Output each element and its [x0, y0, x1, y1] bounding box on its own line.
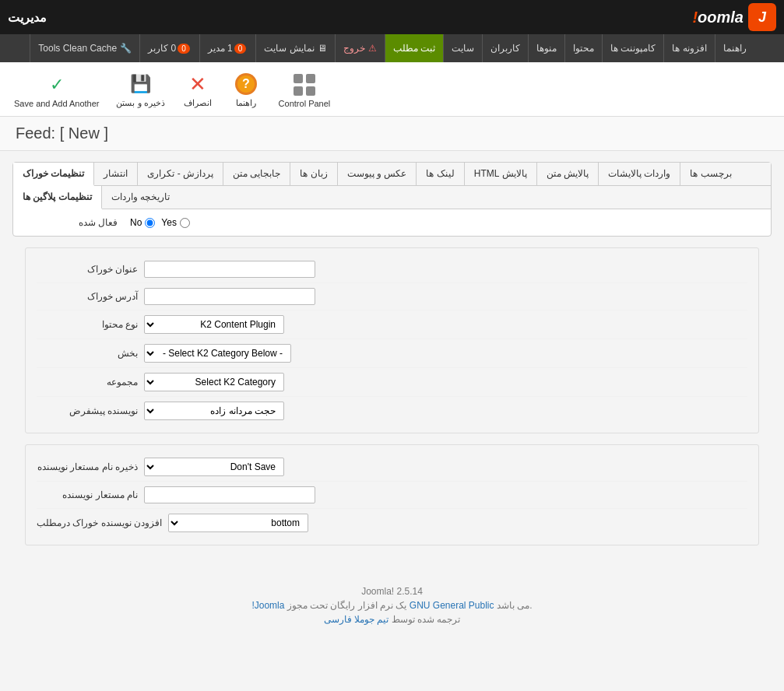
enabled-label: فعال شده: [24, 217, 118, 228]
tab-relocate-text[interactable]: جابجایی متن: [223, 163, 290, 185]
yes-label: Yes: [161, 217, 177, 228]
tab-feed-settings[interactable]: تنظیمات خوراک: [13, 163, 94, 186]
tab-text-filter[interactable]: پالایش متن: [537, 163, 599, 185]
author-alias-input-cell: [144, 486, 315, 503]
topnav-help[interactable]: راهنما: [715, 34, 754, 62]
author-alias-row: نام مستعار نویسنده: [37, 482, 747, 509]
no-option[interactable]: No: [130, 217, 155, 228]
svg-rect-6: [306, 86, 315, 96]
help-button[interactable]: ? راهنما: [224, 67, 268, 111]
tab-import-history[interactable]: تاریخچه واردات: [102, 186, 179, 209]
topnav-preview[interactable]: 🖥 نمایش سایت: [255, 34, 334, 62]
content-type-row: K2 Content Plugin نوع محتوا: [37, 310, 747, 339]
control-panel-label: Control Panel: [279, 99, 331, 108]
control-panel-icon: [290, 71, 318, 99]
logo-text: oomla!: [692, 9, 744, 26]
footer-license-text-mid: یک نرم افزار رایگان تحت مجوز: [287, 600, 407, 611]
topnav-extensions[interactable]: افزونه ها: [663, 34, 714, 62]
admin-badge: 0: [234, 44, 247, 54]
footer-translation-link[interactable]: تیم جوملا فارسی: [324, 614, 389, 625]
tab-html-filter[interactable]: پالایش HTML: [465, 163, 537, 185]
header: J oomla! مدیریت: [0, 0, 784, 34]
svg-rect-5: [294, 86, 303, 96]
author-fields-section: Don't Save ذخیره نام مستعار نویسنده نام …: [25, 444, 759, 545]
save-close-icon: 💾: [127, 70, 155, 98]
topnav-register[interactable]: ثبت مطلب: [385, 34, 443, 62]
save-close-button[interactable]: 💾 ذخیره و بستن: [110, 67, 171, 111]
header-title: مدیریت: [8, 10, 47, 25]
default-author-select[interactable]: حجت مردانه زاده: [144, 402, 284, 420]
tools-icon: 🔧: [120, 43, 132, 54]
add-author-position-select[interactable]: bottom top none: [168, 514, 308, 532]
warning-icon: ⚠: [368, 43, 377, 54]
cancel-button[interactable]: ✕ انصراف: [176, 67, 220, 111]
footer-gpl-link[interactable]: GNU General Public: [410, 600, 494, 611]
save-add-label: Save and Add Another: [14, 99, 99, 108]
default-author-input-cell: حجت مردانه زاده: [144, 402, 284, 420]
tab-language[interactable]: زبان ها: [290, 163, 337, 185]
content-type-label: نوع محتوا: [37, 319, 138, 330]
feed-title-row: عنوان خوراک: [37, 256, 747, 283]
tab-publish[interactable]: انتشار: [94, 163, 138, 185]
topnav-logout[interactable]: ⚠ خروج: [335, 34, 385, 62]
tab-by-tag[interactable]: برچسب ها: [680, 163, 740, 185]
add-author-position-row: bottom top none افزودن نویسنده خوراک درم…: [37, 509, 747, 537]
collection-select[interactable]: Select K2 Category: [144, 373, 284, 391]
topnav-users[interactable]: کاربران: [482, 34, 528, 62]
content-type-select[interactable]: K2 Content Plugin: [144, 315, 284, 334]
topnav-menus[interactable]: منوها: [528, 34, 564, 62]
feed-url-row: آدرس خوراک: [37, 283, 747, 310]
control-panel-button[interactable]: Control Panel: [272, 68, 337, 111]
enabled-row: Yes No فعال شده: [13, 209, 771, 236]
topnav-site[interactable]: سایت: [443, 34, 482, 62]
no-radio[interactable]: [145, 218, 155, 228]
footer-license: !Joomla یک نرم افزار رایگان تحت مجوز GNU…: [16, 600, 768, 611]
yes-radio[interactable]: [180, 218, 190, 228]
cancel-icon: ✕: [184, 70, 212, 98]
topnav-content[interactable]: محتوا: [564, 34, 602, 62]
page-title: [ Feed: [ New: [16, 125, 108, 142]
logo-icon: J: [748, 3, 776, 31]
tab-image-post[interactable]: عکس و پیوست: [338, 163, 417, 185]
tabs-row-1: تنظیمات خوراک انتشار پردازش - تکراری جاب…: [13, 163, 771, 186]
tab-plugin-settings[interactable]: تنظیمات پلاگین ها: [13, 186, 102, 209]
footer-license-text-post: می باشد.: [497, 600, 533, 611]
save-add-button[interactable]: ✓ Save and Add Another: [8, 68, 105, 111]
add-author-position-label: افزودن نویسنده خوراک درمطلب: [37, 517, 162, 528]
feed-title-input-cell: [144, 261, 315, 278]
tab-import-filters[interactable]: واردات پالایشات: [599, 163, 680, 185]
yes-option[interactable]: Yes: [161, 217, 190, 228]
collection-row: Select K2 Category مجموعه: [37, 368, 747, 397]
feed-url-label: آدرس خوراک: [37, 291, 138, 302]
no-label: No: [130, 217, 142, 228]
topnav-components[interactable]: کامپوننت ها: [602, 34, 663, 62]
default-author-row: حجت مردانه زاده نویسنده پیشفرض: [37, 397, 747, 425]
save-author-name-label: ذخیره نام مستعار نویسنده: [37, 461, 138, 472]
tab-links[interactable]: لینک ها: [417, 163, 464, 185]
topnav-left: ثبت مطلب ⚠ خروج 🖥 نمایش سایت 0 1 مدیر 0 …: [30, 34, 443, 62]
top-navigation: سایت کاربران منوها محتوا کامپوننت ها افز…: [0, 34, 784, 62]
feed-url-input-cell: [144, 288, 315, 305]
footer-joomla-link[interactable]: !Joomla: [251, 600, 284, 611]
topnav-admin-count[interactable]: 0 1 مدیر: [199, 34, 256, 62]
collection-label: مجموعه: [37, 377, 138, 388]
topnav-tools-cache[interactable]: 🔧 Tools Clean Cache: [30, 34, 139, 62]
author-alias-input[interactable]: [144, 486, 315, 503]
save-author-name-select[interactable]: Don't Save: [144, 458, 284, 476]
topnav-users-count[interactable]: 0 0 کاربر: [139, 34, 199, 62]
tab-process-repeat[interactable]: پردازش - تکراری: [138, 163, 223, 185]
section-label: بخش: [37, 348, 138, 359]
footer-version: Joomla! 2.5.14: [16, 586, 768, 597]
svg-text:?: ?: [242, 77, 250, 90]
main-content: تنظیمات خوراک انتشار پردازش - تکراری جاب…: [0, 151, 784, 567]
logo[interactable]: J oomla!: [692, 3, 776, 31]
save-add-icon: ✓: [43, 71, 71, 99]
save-author-name-input-cell: Don't Save: [144, 458, 284, 476]
feed-title-label: عنوان خوراک: [37, 264, 138, 275]
author-alias-label: نام مستعار نویسنده: [37, 489, 138, 500]
section-select[interactable]: - Select K2 Category Below -: [144, 344, 291, 363]
section-row: - Select K2 Category Below - بخش: [37, 339, 747, 368]
feed-url-input[interactable]: [144, 288, 315, 305]
feed-title-input[interactable]: [144, 261, 315, 278]
help-icon: ?: [232, 70, 260, 98]
